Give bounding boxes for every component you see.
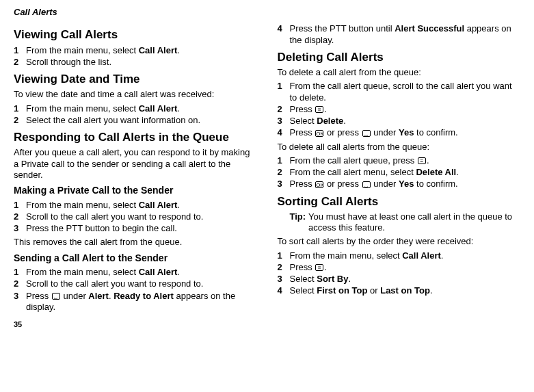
step-text: From the call alert queue, press ≡.	[290, 155, 521, 166]
step-number: 2	[278, 167, 290, 178]
heading-sorting-alerts: Sorting Call Alerts	[278, 194, 521, 209]
step-text: Press the PTT button to begin the call.	[26, 223, 257, 234]
paragraph: To view the date and time a call alert w…	[14, 89, 257, 100]
step-text: Press ≡.	[290, 104, 521, 115]
menu-icon: ≡	[315, 264, 323, 271]
page-header: Call Alerts	[14, 7, 520, 18]
step-row: 1 From the main menu, select Call Alert.	[14, 45, 257, 56]
softkey-icon: ⎵	[362, 181, 371, 188]
step-row: 2 Select the call alert you want informa…	[14, 115, 257, 126]
softkey-icon: ⎵	[52, 293, 60, 300]
step-number: 1	[14, 45, 26, 56]
step-number: 2	[14, 57, 26, 68]
paragraph: This removes the call alert from the que…	[14, 237, 257, 248]
paragraph: After you queue a call alert, you can re…	[14, 147, 257, 181]
step-number: 2	[278, 104, 290, 115]
step-number: 4	[278, 285, 290, 296]
step-row: 1 From the main menu, select Call Alert.	[278, 250, 521, 261]
step-text: Select First on Top or Last on Top.	[290, 285, 521, 296]
step-row: 2 Scroll to the call alert you want to r…	[14, 278, 257, 289]
heading-viewing-date-time: Viewing Date and Time	[14, 72, 257, 86]
step-row: 2 Press ≡.	[278, 104, 521, 115]
step-text: Press ⎵ under Alert. Ready to Alert appe…	[26, 291, 257, 313]
step-row: 3 Select Delete.	[278, 116, 521, 127]
step-number: 3	[278, 179, 290, 190]
step-text: Press ≡.	[290, 262, 521, 273]
step-row: 1 From the call alert queue, scroll to t…	[278, 81, 521, 103]
right-column: 4 Press the PTT button until Alert Succe…	[278, 23, 521, 313]
step-row: 2 Press ≡.	[278, 262, 521, 273]
step-row: 1 From the main menu, select Call Alert.	[14, 267, 257, 278]
subheading-private-call: Making a Private Call to the Sender	[14, 185, 257, 197]
step-text: From the main menu, select Call Alert.	[26, 103, 257, 114]
step-row: 3 Press the PTT button to begin the call…	[14, 223, 257, 234]
step-number: 2	[14, 211, 26, 222]
tip-block: Tip: You must have at least one call ale…	[290, 211, 521, 234]
step-row: 1 From the main menu, select Call Alert.	[14, 103, 257, 114]
step-text: From the main menu, select Call Alert.	[26, 45, 257, 56]
step-row: 4 Select First on Top or Last on Top.	[278, 285, 521, 296]
step-number: 1	[278, 250, 290, 261]
step-text: From the main menu, select Call Alert.	[26, 267, 257, 278]
step-text: Scroll to the call alert you want to res…	[26, 278, 257, 289]
step-row: 3 Press OK or press ⎵ under Yes to confi…	[278, 179, 521, 190]
left-column: Viewing Call Alerts 1 From the main menu…	[14, 23, 257, 313]
step-text: Press OK or press ⎵ under Yes to confirm…	[290, 127, 521, 138]
step-number: 4	[278, 127, 290, 138]
paragraph: To delete all call alerts from the queue…	[278, 142, 521, 153]
step-row: 3 Select Sort By.	[278, 274, 521, 285]
step-number: 3	[14, 223, 26, 234]
menu-icon: ≡	[418, 157, 426, 164]
step-number: 3	[278, 116, 290, 127]
step-row: 1 From the call alert queue, press ≡.	[278, 155, 521, 166]
content-columns: Viewing Call Alerts 1 From the main menu…	[14, 23, 520, 313]
step-number: 1	[14, 103, 26, 114]
step-text: From the main menu, select Call Alert.	[290, 250, 521, 261]
step-row: 1 From the main menu, select Call Alert.	[14, 200, 257, 211]
tip-label: Tip:	[290, 211, 306, 234]
step-text: From the main menu, select Call Alert.	[26, 200, 257, 211]
softkey-icon: ⎵	[362, 130, 371, 137]
step-row: 2 Scroll to the call alert you want to r…	[14, 211, 257, 222]
step-text: From the call alert menu, select Delete …	[290, 167, 521, 178]
step-text: Scroll to the call alert you want to res…	[26, 211, 257, 222]
step-number: 2	[14, 115, 26, 126]
step-number: 2	[14, 278, 26, 289]
ok-icon: OK	[315, 181, 323, 188]
step-text: Scroll through the list.	[26, 57, 257, 68]
step-number: 3	[278, 274, 290, 285]
step-number: 1	[14, 200, 26, 211]
tip-text: You must have at least one call alert in…	[308, 211, 520, 234]
step-number: 1	[278, 155, 290, 166]
step-text: Press the PTT button until Alert Success…	[290, 23, 521, 46]
step-row: 4 Press OK or press ⎵ under Yes to confi…	[278, 127, 521, 138]
paragraph: To sort call alerts by the order they we…	[278, 236, 521, 247]
step-text: Select Delete.	[290, 116, 521, 127]
step-text: From the call alert queue, scroll to the…	[290, 81, 521, 103]
step-number: 4	[278, 23, 290, 46]
step-text: Select Sort By.	[290, 274, 521, 285]
ok-icon: OK	[315, 130, 323, 137]
paragraph: To delete a call alert from the queue:	[278, 67, 521, 78]
step-text: Select the call alert you want informati…	[26, 115, 257, 126]
step-row: 2 Scroll through the list.	[14, 57, 257, 68]
step-row: 2 From the call alert menu, select Delet…	[278, 167, 521, 178]
step-text: Press OK or press ⎵ under Yes to confirm…	[290, 179, 521, 190]
step-number: 1	[278, 81, 290, 103]
step-row: 3 Press ⎵ under Alert. Ready to Alert ap…	[14, 291, 257, 313]
step-number: 1	[14, 267, 26, 278]
step-number: 3	[14, 291, 26, 313]
step-number: 2	[278, 262, 290, 273]
heading-deleting-alerts: Deleting Call Alerts	[278, 50, 521, 64]
menu-icon: ≡	[315, 106, 323, 113]
heading-viewing-call-alerts: Viewing Call Alerts	[14, 27, 257, 42]
step-row: 4 Press the PTT button until Alert Succe…	[278, 23, 521, 46]
heading-responding-queue: Responding to Call Alerts in the Queue	[14, 130, 257, 144]
subheading-send-alert: Sending a Call Alert to the Sender	[14, 252, 257, 265]
page-number: 35	[14, 320, 520, 330]
